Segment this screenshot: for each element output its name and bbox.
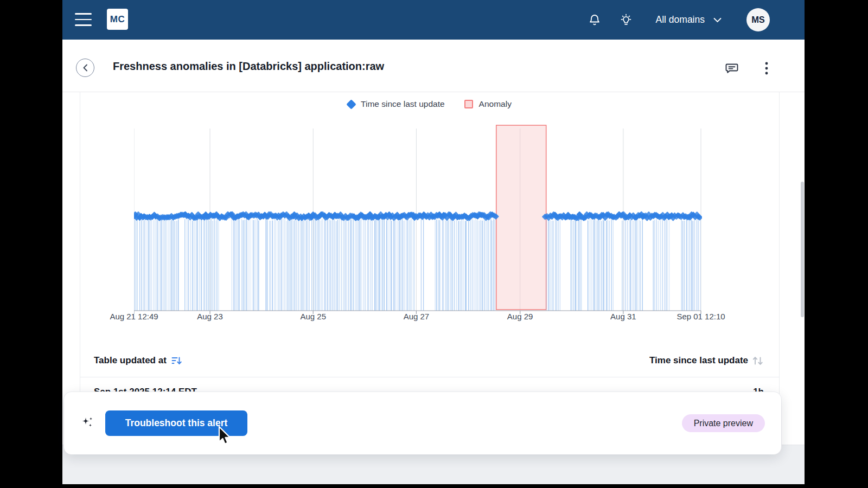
column-label: Table updated at bbox=[94, 355, 167, 366]
legend-item-time-since-last-update[interactable]: Time since last update bbox=[348, 99, 445, 109]
notifications-bell-icon[interactable] bbox=[588, 13, 602, 27]
chevron-left-icon bbox=[82, 64, 88, 72]
legend-item-anomaly[interactable]: Anomaly bbox=[464, 99, 512, 109]
vertical-scrollbar[interactable] bbox=[801, 182, 804, 317]
domain-selector[interactable]: All domains bbox=[656, 14, 722, 25]
app-window: MC All domains MS bbox=[62, 0, 805, 484]
x-axis-tick-label: Aug 23 bbox=[197, 312, 223, 321]
chevron-down-icon bbox=[713, 17, 722, 23]
troubleshoot-alert-button[interactable]: Troubleshoot this alert bbox=[105, 410, 247, 436]
table-header-row: Table updated at Time since last update bbox=[80, 347, 779, 377]
top-navbar: MC All domains MS bbox=[62, 0, 805, 40]
sort-both-inactive-icon bbox=[752, 356, 764, 365]
column-header-time-since-last-update[interactable]: Time since last update bbox=[649, 355, 764, 366]
mc-logo[interactable]: MC bbox=[107, 9, 128, 30]
domain-selector-label: All domains bbox=[656, 14, 705, 25]
page-title: Freshness anomalies in [Databricks] appl… bbox=[113, 60, 384, 73]
lightbulb-idea-icon[interactable] bbox=[619, 13, 633, 27]
diamond-marker-swatch bbox=[346, 99, 356, 109]
x-axis-tick-label: Aug 27 bbox=[404, 312, 430, 321]
menu-icon[interactable] bbox=[75, 11, 92, 28]
sort-desc-active-icon bbox=[171, 356, 182, 365]
x-axis-tick-label: Aug 31 bbox=[610, 312, 636, 321]
x-axis-tick-label: Sep 01 12:10 bbox=[676, 312, 725, 321]
anomaly-swatch bbox=[464, 100, 473, 108]
kebab-menu-icon[interactable] bbox=[759, 61, 774, 76]
avatar[interactable]: MS bbox=[746, 8, 770, 31]
alert-header: Freshness anomalies in [Databricks] appl… bbox=[62, 40, 805, 92]
column-header-table-updated-at[interactable]: Table updated at bbox=[94, 355, 182, 366]
column-label: Time since last update bbox=[649, 355, 748, 366]
x-axis-tick-label: Aug 21 12:49 bbox=[110, 312, 158, 321]
legend-label: Anomaly bbox=[479, 99, 512, 109]
ai-assistant-bar: Troubleshoot this alert Private preview bbox=[64, 392, 781, 454]
x-axis-labels: Aug 21 12:49Aug 23Aug 25Aug 27Aug 29Aug … bbox=[134, 312, 702, 325]
spike-chart bbox=[134, 122, 702, 315]
legend-label: Time since last update bbox=[361, 99, 445, 109]
back-button[interactable] bbox=[76, 59, 94, 77]
comments-icon[interactable] bbox=[724, 61, 739, 76]
x-axis-tick-label: Aug 25 bbox=[300, 312, 326, 321]
x-axis-tick-label: Aug 29 bbox=[507, 312, 533, 321]
chart-legend: Time since last update Anomaly bbox=[80, 99, 779, 109]
sparkles-icon bbox=[80, 416, 94, 431]
private-preview-badge: Private preview bbox=[682, 414, 765, 432]
